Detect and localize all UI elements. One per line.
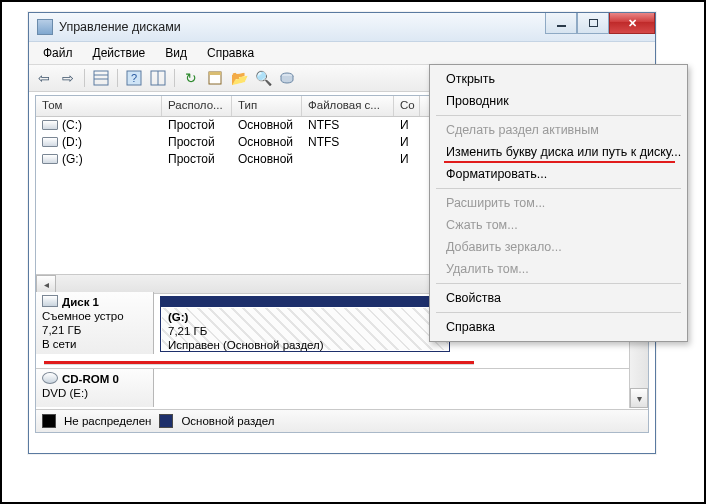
volume-type: Основной: [232, 117, 302, 134]
col-status[interactable]: Со: [394, 96, 420, 116]
disk-size: 7,21 ГБ: [42, 324, 81, 336]
disk-kind: Съемное устро: [42, 310, 124, 322]
partition-size: 7,21 ГБ: [168, 325, 207, 337]
disk-state: В сети: [42, 338, 76, 350]
volume-status: И: [394, 151, 420, 168]
legend-swatch-unalloc: [42, 414, 56, 428]
svg-text:?: ?: [131, 72, 137, 84]
disk-summary[interactable]: CD-ROM 0 DVD (E:): [36, 369, 154, 407]
svg-rect-8: [209, 72, 221, 75]
layout-icon[interactable]: [147, 67, 169, 89]
cdrom-title: CD-ROM 0: [62, 373, 119, 385]
col-volume[interactable]: Том: [36, 96, 162, 116]
volume-icon: [42, 137, 58, 147]
view-list-icon[interactable]: [90, 67, 112, 89]
volume-icon: [42, 120, 58, 130]
ctx-extend: Расширить том...: [432, 192, 685, 214]
refresh-icon[interactable]: ↻: [180, 67, 202, 89]
legend: Не распределен Основной раздел: [36, 409, 648, 432]
legend-swatch-primary: [159, 414, 173, 428]
search-icon[interactable]: 🔍: [252, 67, 274, 89]
ctx-mirror: Добавить зеркало...: [432, 236, 685, 258]
titlebar: Управление дисками: [29, 13, 655, 42]
volume-layout: Простой: [162, 117, 232, 134]
volume-name: (G:): [62, 152, 83, 166]
disk-row: CD-ROM 0 DVD (E:): [36, 368, 648, 407]
ctx-shrink: Сжать том...: [432, 214, 685, 236]
open-folder-icon[interactable]: 📂: [228, 67, 250, 89]
menu-help[interactable]: Справка: [197, 44, 264, 62]
disk-summary[interactable]: Диск 1 Съемное устро 7,21 ГБ В сети: [36, 292, 154, 354]
volume-fs: NTFS: [302, 134, 394, 151]
disk-icon: [42, 295, 58, 307]
disk-title: Диск 1: [62, 296, 99, 308]
close-button[interactable]: [609, 13, 655, 34]
cdrom-icon: [42, 372, 58, 384]
annotation-underline: [44, 361, 474, 364]
menu-file[interactable]: Файл: [33, 44, 83, 62]
volume-layout: Простой: [162, 134, 232, 151]
back-icon[interactable]: ⇦: [33, 67, 55, 89]
ctx-make-active: Сделать раздел активным: [432, 119, 685, 141]
volume-fs: NTFS: [302, 117, 394, 134]
col-fs[interactable]: Файловая с...: [302, 96, 394, 116]
scroll-down-icon[interactable]: ▾: [630, 388, 648, 408]
ctx-explorer[interactable]: Проводник: [432, 90, 685, 112]
volume-status: И: [394, 134, 420, 151]
ctx-help[interactable]: Справка: [432, 316, 685, 338]
volume-fs: [302, 151, 394, 168]
window-title: Управление дисками: [59, 20, 181, 34]
context-menu: Открыть Проводник Сделать раздел активны…: [429, 64, 688, 342]
svg-rect-0: [94, 71, 108, 85]
volume-type: Основной: [232, 151, 302, 168]
col-type[interactable]: Тип: [232, 96, 302, 116]
menu-action[interactable]: Действие: [83, 44, 156, 62]
legend-primary: Основной раздел: [181, 415, 274, 427]
volume-name: (D:): [62, 135, 82, 149]
ctx-properties[interactable]: Свойства: [432, 287, 685, 309]
minimize-button[interactable]: [545, 13, 577, 34]
ctx-open[interactable]: Открыть: [432, 68, 685, 90]
partition-status: Исправен (Основной раздел): [168, 339, 324, 351]
volume-status: И: [394, 117, 420, 134]
ctx-delete: Удалить том...: [432, 258, 685, 280]
properties-icon[interactable]: [204, 67, 226, 89]
col-layout[interactable]: Располо...: [162, 96, 232, 116]
ctx-format[interactable]: Форматировать...: [432, 163, 685, 185]
ctx-change-letter[interactable]: Изменить букву диска или путь к диску...: [432, 141, 685, 163]
volume-layout: Простой: [162, 151, 232, 168]
cdrom-line: DVD (E:): [42, 387, 88, 399]
help-icon[interactable]: ?: [123, 67, 145, 89]
maximize-button[interactable]: [577, 13, 609, 34]
forward-icon[interactable]: ⇨: [57, 67, 79, 89]
app-icon: [37, 19, 53, 35]
legend-unalloc: Не распределен: [64, 415, 151, 427]
disk-settings-icon[interactable]: [276, 67, 298, 89]
volume-name: (C:): [62, 118, 82, 132]
volume-type: Основной: [232, 134, 302, 151]
menubar: Файл Действие Вид Справка: [29, 42, 655, 65]
scroll-left-icon[interactable]: ◂: [36, 275, 56, 293]
partition[interactable]: (G:) 7,21 ГБ Исправен (Основной раздел): [160, 296, 450, 352]
partition-label: (G:): [168, 311, 188, 323]
menu-view[interactable]: Вид: [155, 44, 197, 62]
volume-icon: [42, 154, 58, 164]
